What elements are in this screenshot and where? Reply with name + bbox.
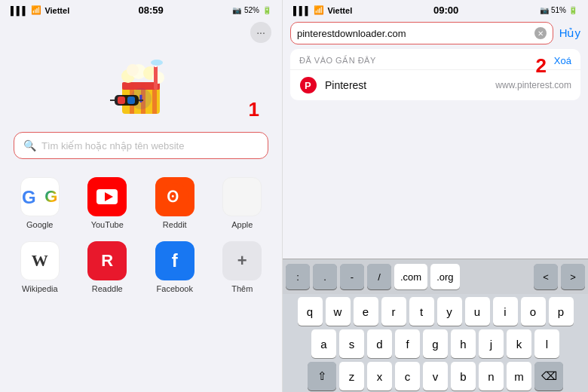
svg-point-9: [127, 64, 139, 76]
url-bar-area: pinterestdownloader.com ✕ Hủy: [283, 19, 588, 49]
battery-area-left: 📷 52% 🔋: [232, 6, 271, 14]
youtube-label: YouTube: [91, 220, 124, 229]
shortcuts-grid: G G Google YouTube ʘ Reddit: [0, 171, 282, 299]
key-g[interactable]: g: [423, 329, 448, 358]
shortcut-wikipedia[interactable]: W Wikipedia: [6, 235, 74, 299]
carrier-right: ▌▌▌ 📶 Viettel: [293, 5, 352, 15]
key-b[interactable]: b: [451, 362, 476, 390]
time-right: 09:00: [433, 5, 458, 16]
key-m[interactable]: m: [507, 362, 531, 390]
hero-area: ⬇: [0, 46, 282, 132]
key-dotorg[interactable]: .org: [430, 264, 459, 289]
shortcut-apple[interactable]: Apple: [209, 171, 277, 235]
key-w[interactable]: w: [326, 297, 351, 326]
wikipedia-label: Wikipedia: [22, 284, 58, 293]
top-bar: ···: [0, 19, 282, 46]
key-a[interactable]: a: [311, 329, 336, 358]
key-nav-prev[interactable]: <: [534, 264, 558, 289]
screen-icon: 📷: [232, 6, 241, 14]
apple-label: Apple: [231, 220, 253, 229]
key-f[interactable]: f: [395, 329, 420, 358]
svg-rect-17: [127, 96, 135, 104]
key-slash[interactable]: /: [367, 264, 391, 289]
step-number-2: 2: [536, 54, 547, 78]
key-e[interactable]: e: [354, 297, 378, 326]
svg-text:G: G: [22, 187, 36, 207]
key-dot[interactable]: .: [313, 264, 337, 289]
shortcut-facebook[interactable]: f Facebook: [141, 235, 209, 299]
key-k[interactable]: k: [507, 329, 531, 358]
key-p[interactable]: p: [549, 297, 574, 326]
key-l[interactable]: l: [534, 329, 559, 358]
status-bar-right: ▌▌▌ 📶 Viettel 09:00 📷 51% 🔋: [283, 0, 588, 19]
delete-key[interactable]: ⌫: [534, 362, 563, 390]
keyboard-row-1: q w e r t y u i o p: [286, 297, 585, 326]
key-u[interactable]: u: [465, 297, 490, 326]
key-r[interactable]: r: [381, 297, 406, 326]
url-value: pinterestdownloader.com: [297, 28, 530, 39]
spacer: [283, 100, 588, 259]
key-s[interactable]: s: [339, 329, 364, 358]
key-h[interactable]: h: [451, 329, 476, 358]
key-j[interactable]: j: [479, 329, 504, 358]
key-z[interactable]: z: [339, 362, 364, 390]
facebook-icon: f: [155, 241, 194, 280]
left-phone: ▌▌▌ 📶 Viettel 08:59 📷 52% 🔋 ··· 1: [0, 0, 283, 392]
key-c[interactable]: c: [395, 362, 420, 390]
key-i[interactable]: i: [493, 297, 518, 326]
url-clear-button[interactable]: ✕: [534, 27, 547, 39]
shortcut-readdle[interactable]: R Readdle: [74, 235, 142, 299]
carrier-name-left: Viettel: [44, 6, 69, 15]
screen-icon-right: 📷: [540, 6, 549, 14]
shift-key[interactable]: ⇧: [308, 362, 336, 390]
facebook-label: Facebook: [157, 284, 193, 293]
search-icon: 🔍: [23, 139, 36, 152]
key-n[interactable]: n: [479, 362, 504, 390]
svg-text:P: P: [305, 80, 311, 91]
step-number-1: 1: [249, 98, 259, 121]
apple-icon: [222, 177, 262, 216]
key-colon[interactable]: :: [286, 264, 310, 289]
readdle-label: Readdle: [92, 284, 123, 293]
url-input-wrap[interactable]: pinterestdownloader.com ✕: [290, 22, 553, 44]
key-dotcom[interactable]: .com: [394, 264, 427, 289]
battery-area-right: 📷 51% 🔋: [540, 6, 577, 14]
key-dash[interactable]: -: [340, 264, 364, 289]
wikipedia-icon: W: [20, 241, 60, 280]
key-v[interactable]: v: [423, 362, 448, 390]
more-icon: +: [222, 241, 262, 280]
key-q[interactable]: q: [298, 297, 323, 326]
shortcut-more[interactable]: + Thêm: [209, 235, 277, 299]
keyboard-toolbar: : . - / .com .org < >: [283, 259, 588, 294]
search-bar[interactable]: 🔍 Tìm kiếm hoặc nhập tên website: [14, 132, 268, 159]
battery-left: 52%: [244, 6, 259, 14]
cancel-button[interactable]: Hủy: [559, 26, 580, 40]
key-t[interactable]: t: [409, 297, 434, 326]
carrier-left: ▌▌▌ 📶 Viettel: [11, 5, 69, 15]
pinterest-url: www.pinterest.com: [495, 80, 571, 90]
shortcut-youtube[interactable]: YouTube: [74, 171, 142, 235]
youtube-icon: [87, 177, 127, 216]
more-button[interactable]: ···: [250, 22, 271, 43]
keyboard-row-2: a s d f g h j k l: [286, 329, 585, 358]
shortcut-reddit[interactable]: ʘ Reddit: [141, 171, 209, 235]
key-o[interactable]: o: [521, 297, 546, 326]
right-phone: ▌▌▌ 📶 Viettel 09:00 📷 51% 🔋 pinterestdow…: [283, 0, 588, 392]
key-nav-next[interactable]: >: [561, 264, 585, 289]
key-x[interactable]: x: [367, 362, 392, 390]
clear-button[interactable]: Xoá: [554, 55, 571, 66]
keyboard-row-3: ⇧ z x c v b n m ⌫: [286, 362, 585, 390]
time-left: 08:59: [138, 5, 163, 16]
key-y[interactable]: y: [437, 297, 462, 326]
key-d[interactable]: d: [367, 329, 392, 358]
status-bar-left: ▌▌▌ 📶 Viettel 08:59 📷 52% 🔋: [0, 0, 282, 19]
google-label: Google: [26, 220, 53, 229]
search-placeholder: Tìm kiếm hoặc nhập tên website: [41, 140, 184, 152]
battery-icon: 🔋: [262, 6, 271, 14]
shortcut-google[interactable]: G G Google: [6, 171, 74, 235]
wifi-icon-right: 📶: [314, 5, 324, 15]
battery-icon-right: 🔋: [568, 6, 577, 14]
recent-title: ĐÃ VÀO GẦN ĐÂY: [299, 56, 376, 66]
pinterest-icon: P: [299, 76, 317, 94]
reddit-icon: ʘ: [155, 177, 194, 216]
